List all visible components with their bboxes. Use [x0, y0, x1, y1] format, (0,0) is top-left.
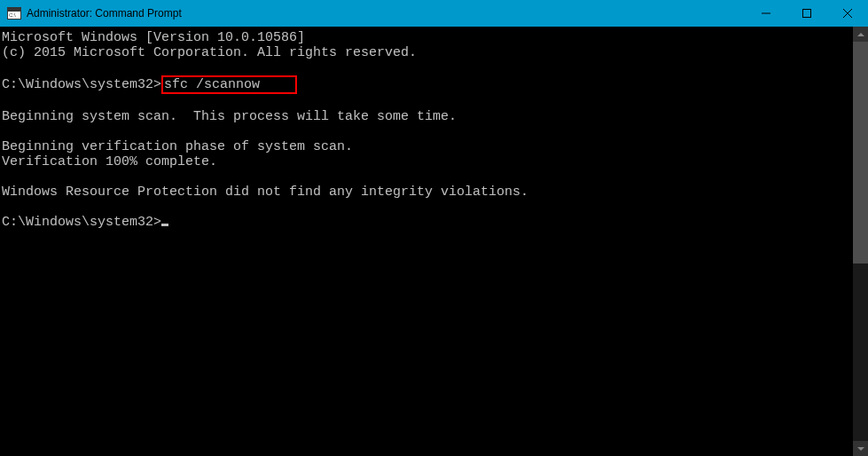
titlebar[interactable]: Administrator: Command Prompt	[0, 0, 868, 27]
verification-complete-line: Verification 100% complete.	[2, 154, 217, 169]
scroll-down-button[interactable]	[853, 441, 868, 456]
scroll-up-button[interactable]	[853, 27, 868, 42]
result-line: Windows Resource Protection did not find…	[2, 185, 528, 200]
prompt-path: C:\Windows\system32>	[2, 77, 161, 92]
maximize-button[interactable]	[786, 0, 827, 27]
chevron-down-icon	[857, 445, 864, 452]
command-highlight: sfc /scannow	[161, 75, 297, 94]
window-title: Administrator: Command Prompt	[27, 7, 746, 20]
window-controls	[746, 0, 868, 27]
scroll-thumb[interactable]	[853, 42, 868, 263]
minimize-button[interactable]	[746, 0, 786, 27]
version-line: Microsoft Windows [Version 10.0.10586]	[2, 30, 305, 45]
scan-begin-line: Beginning system scan. This process will…	[2, 109, 457, 124]
terminal-area: Microsoft Windows [Version 10.0.10586] (…	[0, 27, 868, 456]
copyright-line: (c) 2015 Microsoft Corporation. All righ…	[2, 45, 417, 60]
verification-phase-line: Beginning verification phase of system s…	[2, 139, 353, 154]
maximize-icon	[802, 9, 811, 18]
cursor	[161, 224, 168, 226]
close-button[interactable]	[827, 0, 868, 27]
svg-rect-1	[803, 10, 811, 18]
chevron-up-icon	[857, 31, 864, 38]
command-prompt-window: Administrator: Command Prompt Microsoft …	[0, 0, 868, 456]
vertical-scrollbar[interactable]	[853, 27, 868, 456]
scroll-track[interactable]	[853, 42, 868, 441]
cmd-icon	[7, 7, 21, 20]
close-icon	[843, 9, 852, 18]
typed-command: sfc /scannow	[164, 77, 260, 92]
terminal-content[interactable]: Microsoft Windows [Version 10.0.10586] (…	[0, 27, 853, 456]
minimize-icon	[762, 9, 770, 18]
prompt-path-2: C:\Windows\system32>	[2, 215, 161, 230]
